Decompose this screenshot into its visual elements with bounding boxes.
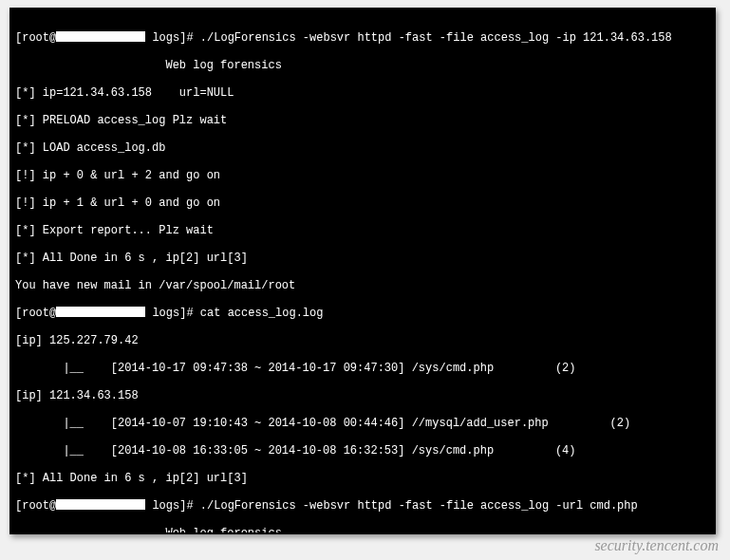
- terminal[interactable]: [root@ logs]# ./LogForensics -websvr htt…: [11, 9, 714, 532]
- run1-6: [*] All Done in 6 s , ip[2] url[3]: [15, 252, 710, 266]
- run1-3: [!] ip + 0 & url + 2 and go on: [15, 169, 710, 183]
- run1-0: [*] ip=121.34.63.158 url=NULL: [15, 86, 710, 101]
- prompt-line-1: [root@ logs]# ./LogForensics -websvr htt…: [15, 31, 710, 46]
- banner-line-2: Web log forensics: [15, 527, 710, 533]
- out1-2: [ip] 121.34.63.158: [15, 389, 710, 403]
- prompt-user: [root@: [15, 31, 56, 45]
- out1-0: [ip] 125.227.79.42: [15, 334, 710, 348]
- prompt-suffix: logs]#: [145, 499, 200, 513]
- out1-4: |__ [2014-10-08 16:33:05 ~ 2014-10-08 16…: [15, 444, 710, 458]
- run1-4: [!] ip + 1 & url + 0 and go on: [15, 196, 710, 211]
- run1-5: [*] Export report... Plz wait: [15, 224, 710, 238]
- redacted-host: [56, 307, 145, 317]
- command-1: ./LogForensics -websvr httpd -fast -file…: [200, 31, 672, 45]
- banner-line: Web log forensics: [15, 59, 710, 73]
- run1-1: [*] PRELOAD access_log Plz wait: [15, 114, 710, 128]
- out1-3: |__ [2014-10-07 19:10:43 ~ 2014-10-08 00…: [15, 417, 710, 431]
- command-2: cat access_log.log: [200, 307, 324, 320]
- redacted-host: [56, 31, 145, 42]
- screenshot-frame: [root@ logs]# ./LogForensics -websvr htt…: [9, 8, 716, 534]
- prompt-line-3: [root@ logs]# ./LogForensics -websvr htt…: [15, 499, 710, 513]
- run1-7: You have new mail in /var/spool/mail/roo…: [15, 279, 710, 293]
- prompt-line-2: [root@ logs]# cat access_log.log: [15, 307, 710, 321]
- prompt-user: [root@: [15, 499, 56, 513]
- watermark: security.tencent.com: [594, 537, 719, 554]
- out1-1: |__ [2014-10-17 09:47:38 ~ 2014-10-17 09…: [15, 362, 710, 376]
- redacted-host: [56, 499, 145, 510]
- prompt-user: [root@: [15, 307, 56, 320]
- run1-2: [*] LOAD access_log.db: [15, 141, 710, 156]
- command-3: ./LogForensics -websvr httpd -fast -file…: [200, 499, 638, 513]
- prompt-suffix: logs]#: [145, 307, 200, 320]
- prompt-suffix: logs]#: [145, 31, 200, 45]
- out1-5: [*] All Done in 6 s , ip[2] url[3]: [15, 472, 710, 486]
